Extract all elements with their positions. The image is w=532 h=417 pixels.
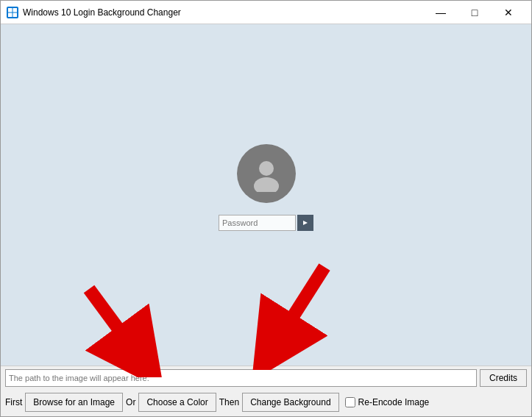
password-submit-button[interactable] — [297, 215, 313, 231]
svg-line-10 — [273, 267, 324, 348]
login-preview — [219, 144, 313, 231]
credits-button[interactable]: Credits — [480, 369, 527, 387]
or-label: Or — [126, 397, 135, 407]
buttons-row: First Browse for an Image Or Choose a Co… — [1, 390, 531, 416]
content-area — [1, 24, 531, 366]
reencode-wrapper: Re-Encode Image — [345, 397, 430, 407]
user-avatar — [237, 144, 296, 203]
main-window: Windows 10 Login Background Changer — □ … — [0, 0, 532, 417]
app-icon — [7, 7, 18, 18]
window-title: Windows 10 Login Background Changer — [23, 7, 424, 18]
password-input[interactable] — [219, 215, 296, 231]
browse-button[interactable]: Browse for an Image — [25, 393, 123, 412]
change-background-button[interactable]: Change Background — [242, 393, 338, 412]
minimize-button[interactable]: — — [424, 1, 458, 24]
svg-rect-3 — [13, 13, 18, 17]
svg-line-8 — [89, 289, 141, 359]
svg-marker-6 — [303, 221, 308, 225]
right-arrow — [251, 260, 347, 370]
first-label: First — [5, 397, 22, 407]
svg-rect-0 — [8, 8, 13, 13]
password-wrapper — [219, 215, 313, 231]
svg-rect-2 — [8, 13, 13, 17]
reencode-label: Re-Encode Image — [358, 397, 430, 407]
title-bar: Windows 10 Login Background Changer — □ … — [1, 1, 531, 24]
svg-rect-1 — [13, 8, 18, 13]
svg-point-5 — [254, 177, 279, 192]
left-arrow — [74, 282, 170, 377]
maximize-button[interactable]: □ — [458, 1, 492, 24]
then-label: Then — [219, 397, 239, 407]
svg-point-4 — [259, 161, 274, 176]
choose-color-button[interactable]: Choose a Color — [138, 393, 216, 412]
title-bar-controls: — □ ✕ — [424, 1, 525, 24]
reencode-checkbox[interactable] — [345, 397, 355, 407]
close-button[interactable]: ✕ — [492, 1, 525, 24]
